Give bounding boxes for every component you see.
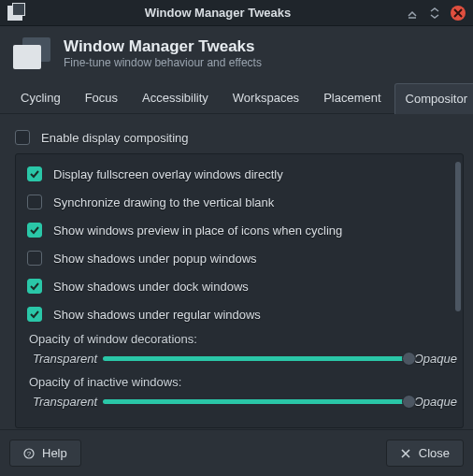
page-subtitle: Fine-tune window behaviour and effects bbox=[64, 56, 262, 69]
window-buttons bbox=[406, 6, 466, 21]
slider-decorations: Transparent Opaque bbox=[33, 352, 457, 366]
slider-label-inactive: Opacity of inactive windows: bbox=[29, 375, 457, 389]
label-shadow-regular: Show shadows under regular windows bbox=[53, 308, 261, 322]
window-title: Window Manager Tweaks bbox=[30, 6, 406, 20]
slider-decorations-min: Transparent bbox=[33, 352, 97, 366]
help-icon: ? bbox=[23, 448, 35, 459]
checkbox-enable-compositing[interactable] bbox=[15, 130, 30, 145]
page-title: Window Manager Tweaks bbox=[64, 37, 262, 56]
option-shadow-dock: Show shadows under dock windows bbox=[27, 276, 457, 296]
option-sync-vblank: Synchronize drawing to the vertical blan… bbox=[27, 192, 457, 212]
option-fullscreen-overlay: Display fullscreen overlay windows direc… bbox=[27, 164, 457, 184]
compositor-options-panel: Display fullscreen overlay windows direc… bbox=[15, 153, 464, 428]
slider-inactive-track[interactable] bbox=[103, 399, 408, 404]
checkbox-sync-vblank[interactable] bbox=[27, 195, 42, 209]
tab-focus[interactable]: Focus bbox=[74, 82, 129, 113]
tab-placement[interactable]: Placement bbox=[312, 82, 392, 113]
maximize-button[interactable] bbox=[428, 7, 441, 20]
slider-inactive-min: Transparent bbox=[33, 395, 97, 409]
close-icon bbox=[400, 448, 411, 459]
header-icon bbox=[13, 37, 50, 69]
label-shadow-dock: Show shadows under dock windows bbox=[53, 280, 249, 294]
label-enable-compositing: Enable display compositing bbox=[41, 131, 189, 145]
checkbox-shadow-popup[interactable] bbox=[27, 251, 42, 266]
help-button[interactable]: ? Help bbox=[9, 440, 81, 467]
slider-decorations-max: Opaque bbox=[414, 352, 457, 366]
scrollbar[interactable] bbox=[455, 162, 461, 311]
slider-inactive: Transparent Opaque bbox=[33, 395, 457, 409]
label-fullscreen-overlay: Display fullscreen overlay windows direc… bbox=[53, 167, 283, 181]
tab-accessibility[interactable]: Accessibility bbox=[131, 82, 220, 113]
slider-inactive-max: Opaque bbox=[414, 395, 457, 409]
window-close-button[interactable] bbox=[451, 6, 466, 21]
checkbox-shadow-regular[interactable] bbox=[27, 307, 42, 322]
slider-decorations-track[interactable] bbox=[103, 356, 408, 361]
tab-content: Enable display compositing Display fulls… bbox=[0, 114, 473, 438]
option-preview-cycling: Show windows preview in place of icons w… bbox=[27, 220, 457, 240]
tab-cycling[interactable]: Cycling bbox=[9, 82, 72, 113]
titlebar: Window Manager Tweaks bbox=[0, 0, 473, 26]
option-enable-compositing: Enable display compositing bbox=[15, 127, 464, 148]
slider-decorations-handle[interactable] bbox=[402, 352, 416, 366]
option-shadow-popup: Show shadows under popup windows bbox=[27, 248, 457, 268]
option-shadow-regular: Show shadows under regular windows bbox=[27, 304, 457, 325]
svg-text:?: ? bbox=[27, 450, 32, 458]
label-shadow-popup: Show shadows under popup windows bbox=[53, 252, 257, 266]
close-button-label: Close bbox=[419, 446, 450, 460]
checkbox-preview-cycling[interactable] bbox=[27, 223, 42, 238]
label-sync-vblank: Synchronize drawing to the vertical blan… bbox=[53, 195, 274, 209]
close-button[interactable]: Close bbox=[386, 440, 464, 467]
slider-label-decorations: Opacity of window decorations: bbox=[29, 332, 457, 346]
header-text: Window Manager Tweaks Fine-tune window b… bbox=[64, 37, 262, 69]
slider-inactive-handle[interactable] bbox=[402, 395, 416, 409]
footer: ? Help Close bbox=[0, 429, 473, 476]
tabbar: Cycling Focus Accessibility Workspaces P… bbox=[0, 82, 473, 114]
tab-compositor[interactable]: Compositor bbox=[394, 83, 473, 114]
minimize-button[interactable] bbox=[406, 7, 419, 20]
tab-workspaces[interactable]: Workspaces bbox=[222, 82, 310, 113]
header: Window Manager Tweaks Fine-tune window b… bbox=[0, 26, 473, 82]
label-preview-cycling: Show windows preview in place of icons w… bbox=[53, 224, 342, 238]
checkbox-fullscreen-overlay[interactable] bbox=[27, 166, 42, 181]
app-icon bbox=[7, 6, 22, 21]
help-button-label: Help bbox=[42, 446, 67, 460]
checkbox-shadow-dock[interactable] bbox=[27, 279, 42, 294]
